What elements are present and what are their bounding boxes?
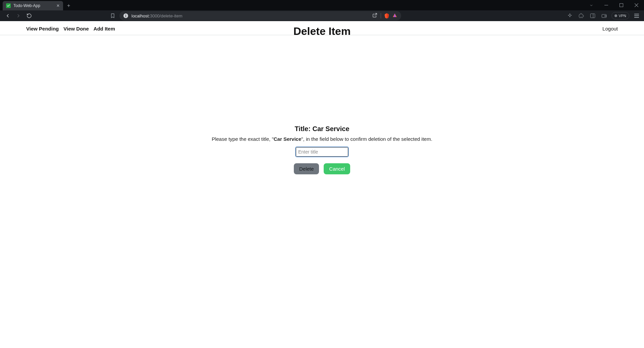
forward-button[interactable] [14, 11, 23, 20]
tab-close-icon[interactable]: ✕ [56, 3, 60, 8]
window-minimize-icon[interactable] [599, 0, 614, 10]
url-host: localhost: [131, 13, 150, 18]
tab-title: Todo-Web-App [13, 3, 54, 8]
site-info-icon[interactable]: i [123, 13, 128, 18]
page-body: View Pending View Done Add Item Delete I… [0, 21, 644, 348]
button-row: Delete Cancel [294, 163, 350, 174]
vpn-button[interactable]: VPN [611, 12, 629, 19]
svg-rect-1 [620, 4, 623, 7]
svg-rect-5 [605, 15, 606, 16]
favicon-icon [6, 3, 11, 8]
leo-ai-icon[interactable] [566, 12, 574, 20]
app-header: View Pending View Done Add Item Delete I… [0, 21, 644, 35]
page-title: Delete Item [293, 25, 351, 38]
cancel-button[interactable]: Cancel [324, 163, 350, 174]
toolbar-right: VPN [566, 12, 641, 20]
new-tab-button[interactable]: + [63, 1, 74, 10]
bookmark-icon[interactable] [108, 11, 117, 20]
extensions-icon[interactable] [577, 12, 585, 20]
nav-add-item[interactable]: Add Item [94, 26, 115, 32]
tab-strip: Todo-Web-App ✕ + [0, 0, 644, 10]
confirm-title-input[interactable] [296, 147, 348, 157]
svg-rect-2 [591, 14, 595, 18]
vpn-label: VPN [619, 14, 626, 18]
window-close-icon[interactable] [629, 0, 644, 10]
brave-rewards-icon[interactable] [392, 13, 397, 18]
back-button[interactable] [3, 11, 12, 20]
app-menu-icon[interactable] [633, 14, 641, 18]
address-bar[interactable]: i localhost:3000/delete-item [119, 11, 401, 20]
item-title-heading: Title: Car Service [294, 125, 349, 133]
nav-view-pending[interactable]: View Pending [26, 26, 59, 32]
window-controls [584, 0, 644, 10]
reload-button[interactable] [25, 11, 34, 20]
tabs-dropdown-icon[interactable] [584, 0, 599, 10]
svg-rect-4 [602, 14, 606, 17]
item-title-name: Car Service [312, 125, 349, 132]
delete-instruction: Please type the exact title, "Car Servic… [212, 136, 432, 142]
instruction-post: ", in the field below to confirm deletio… [301, 136, 432, 142]
instruction-item-name: Car Service [274, 136, 302, 142]
wallet-icon[interactable] [600, 12, 608, 20]
browser-tab-active[interactable]: Todo-Web-App ✕ [3, 1, 63, 10]
url-text: localhost:3000/delete-item [131, 13, 369, 18]
instruction-pre: Please type the exact title, " [212, 136, 274, 142]
delete-button[interactable]: Delete [294, 163, 319, 174]
browser-chrome: Todo-Web-App ✕ + [0, 0, 644, 21]
share-icon[interactable] [372, 13, 377, 19]
sidebar-icon[interactable] [589, 12, 597, 20]
browser-toolbar: i localhost:3000/delete-item [0, 10, 644, 21]
url-path: 3000/delete-item [150, 13, 182, 18]
window-maximize-icon[interactable] [614, 0, 629, 10]
vpn-status-dot-icon [614, 14, 617, 17]
omnibox-divider [381, 13, 381, 18]
svg-rect-0 [604, 5, 608, 5]
nav-left: View Pending View Done Add Item [26, 26, 115, 32]
brave-shields-icon[interactable] [384, 13, 389, 18]
logout-link[interactable]: Logout [602, 26, 618, 32]
delete-form: Title: Car Service Please type the exact… [0, 125, 644, 174]
item-title-prefix: Title: [294, 125, 312, 132]
nav-view-done[interactable]: View Done [63, 26, 89, 32]
